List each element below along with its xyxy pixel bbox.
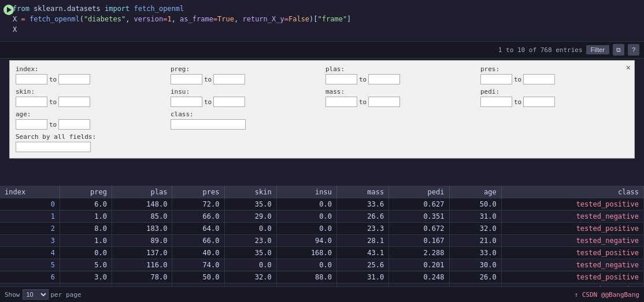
cell-1-1: 1.0 [60,211,112,223]
cell-4-8: 33.0 [449,247,501,259]
cell-3-2: 89.0 [112,235,172,247]
cell-1-6: 26.6 [337,211,389,223]
cell-4-3: 40.0 [172,247,224,259]
cell-3-4: 23.0 [224,235,276,247]
cell-1-2: 85.0 [112,211,172,223]
filter-pedi-from[interactable] [480,97,512,107]
code-line-2: X = fetch_openml("diabetes", version=1, … [8,14,639,24]
filter-range-plas: to [325,74,473,84]
run-icon [7,7,12,13]
cell-1-7: 0.351 [389,211,449,223]
cell-0-9: tested_positive [501,198,643,211]
cell-5-3: 74.0 [172,259,224,271]
cell-1-0: 1 [0,211,60,223]
filter-class-input[interactable] [171,119,246,130]
code-editor: from sklearn.datasets import fetch_openm… [0,0,644,42]
cell-3-0: 3 [0,235,60,247]
filter-preg-from[interactable] [171,74,202,84]
filter-label-skin: skin: [16,88,164,95]
table-row: 28.0183.064.00.00.023.30.67232.0tested_p… [0,223,644,235]
cell-3-8: 21.0 [449,235,501,247]
show-label: Show [5,291,20,299]
filter-label-mass: mass: [325,88,473,95]
filter-preg-to[interactable] [213,74,245,84]
filter-plas-to[interactable] [368,74,400,84]
filter-pres-to[interactable] [523,74,555,84]
filter-field-insu: insu: to [171,88,319,107]
main-content: 1 to 10 of 768 entries Filter ⧉ ? × inde… [0,42,644,302]
filter-field-index: index: to [16,65,164,84]
filter-field-mass: mass: to [325,88,473,107]
filter-skin-to[interactable] [58,97,90,107]
filter-range-mass: to [325,97,473,107]
filter-plas-from[interactable] [325,74,357,84]
col-header-skin: skin [224,186,276,198]
table-row: 63.078.050.032.088.031.00.24826.0tested_… [0,271,644,283]
cell-0-5: 0.0 [276,198,336,211]
run-button[interactable] [3,5,14,15]
filter-pedi-to[interactable] [523,97,555,107]
cell-3-6: 28.1 [337,235,389,247]
info-bar: 1 to 10 of 768 entries Filter ⧉ ? [0,42,644,58]
cell-4-5: 168.0 [276,247,336,259]
filter-field-skin: skin: to [16,88,164,107]
filter-pres-from[interactable] [480,74,512,84]
cell-2-3: 64.0 [172,223,224,235]
filter-index-from[interactable] [16,74,47,84]
per-page-select[interactable]: 10 25 50 100 [23,289,49,300]
cell-2-6: 23.3 [337,223,389,235]
cell-5-4: 0.0 [224,259,276,271]
filter-search-input[interactable] [16,142,91,152]
filter-age-from[interactable] [16,119,47,130]
filter-range-pres: to [480,74,628,84]
cell-1-8: 31.0 [449,211,501,223]
cell-2-5: 0.0 [276,223,336,235]
filter-age-to[interactable] [58,119,90,130]
filter-mass-from[interactable] [325,97,357,107]
cell-0-2: 148.0 [112,198,172,211]
col-header-pres: pres [172,186,224,198]
cell-0-3: 72.0 [172,198,224,211]
cell-5-9: tested_negative [501,259,643,271]
cell-6-0: 6 [0,271,60,283]
filter-field-preg: preg: to [171,65,319,84]
col-header-preg: preg [60,186,112,198]
cell-2-1: 8.0 [60,223,112,235]
filter-index-to[interactable] [58,74,90,84]
col-header-age: age [449,186,501,198]
filter-insu-from[interactable] [171,97,202,107]
cell-6-2: 78.0 [112,271,172,283]
cell-2-7: 0.672 [389,223,449,235]
cell-5-1: 5.0 [60,259,112,271]
cell-0-6: 33.6 [337,198,389,211]
filter-label-pres: pres: [480,65,628,73]
cell-5-8: 30.0 [449,259,501,271]
cell-5-0: 5 [0,259,60,271]
filter-range-preg: to [171,74,319,84]
filter-skin-from[interactable] [16,97,47,107]
filter-field-pres: pres: to [480,65,628,84]
filter-range-pedi: to [480,97,628,107]
cell-5-2: 116.0 [112,259,172,271]
cell-6-7: 0.248 [389,271,449,283]
data-table-wrapper: index preg plas pres skin insu mass pedi… [0,186,644,286]
cell-0-7: 0.627 [389,198,449,211]
filter-label-index: index: [16,65,164,73]
cell-1-5: 0.0 [276,211,336,223]
filter-button[interactable]: Filter [586,45,609,54]
cell-6-6: 31.0 [337,271,389,283]
entries-count: 1 to 10 of 768 entries [498,46,583,54]
cell-5-6: 25.6 [337,259,389,271]
cell-1-3: 66.0 [172,211,224,223]
filter-mass-to[interactable] [368,97,400,107]
cell-1-4: 29.0 [224,211,276,223]
help-button[interactable]: ? [628,44,639,56]
filter-range-insu: to [171,97,319,107]
filter-insu-to[interactable] [213,97,245,107]
filter-label-insu: insu: [171,88,319,95]
cell-4-7: 2.288 [389,247,449,259]
filter-range-index: to [16,74,164,84]
copy-button[interactable]: ⧉ [613,44,624,56]
table-row: 31.089.066.023.094.028.10.16721.0tested_… [0,235,644,247]
filter-close-button[interactable]: × [626,63,631,72]
